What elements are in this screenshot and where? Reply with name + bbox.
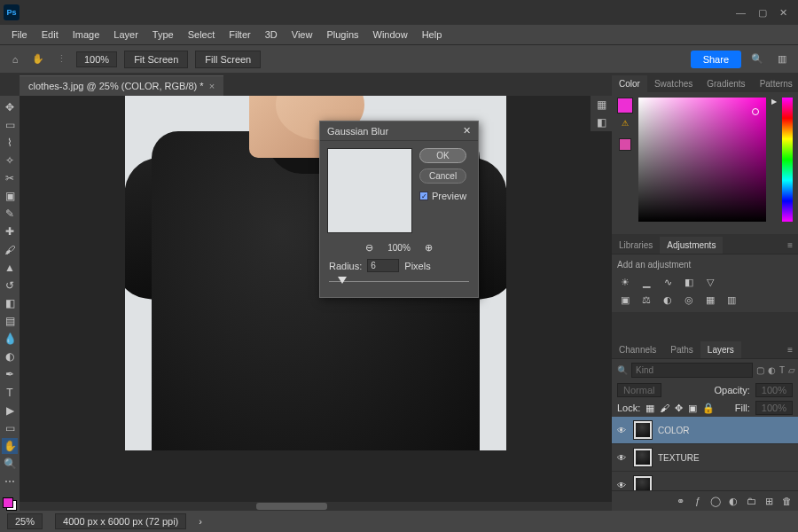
filter-shape-icon[interactable]: ▱ [788,364,795,377]
menu-view[interactable]: View [286,27,319,42]
layer-filter-input[interactable] [631,363,753,378]
fill-field[interactable]: 100% [755,401,793,415]
radius-slider[interactable] [329,276,469,288]
shape-tool-icon[interactable]: ▭ [2,420,18,435]
menu-file[interactable]: File [5,27,34,42]
curves-icon[interactable]: ∿ [660,275,676,289]
frame-tool-icon[interactable]: ▣ [2,189,18,204]
lock-all-icon[interactable]: 🔒 [702,403,715,414]
tab-swatches[interactable]: Swatches [647,75,700,92]
menu-filter[interactable]: Filter [223,27,256,42]
new-adjustment-icon[interactable]: ◐ [727,495,739,507]
layer-mask-icon[interactable]: ◯ [709,495,722,507]
preview-checkbox[interactable]: ✓ Preview [419,191,466,201]
slider-knob[interactable] [338,277,347,284]
status-doc-info[interactable]: 4000 px x 6000 px (72 ppi) [55,513,186,529]
document-tab[interactable]: clothes-3.jpg @ 25% (COLOR, RGB/8) * × [20,75,223,96]
gradient-tool-icon[interactable]: ▤ [2,314,18,329]
history-brush-tool-icon[interactable]: ↺ [2,278,18,293]
eraser-tool-icon[interactable]: ◧ [2,295,18,310]
fill-screen-button[interactable]: Fill Screen [195,51,261,68]
marquee-tool-icon[interactable]: ▭ [2,117,18,132]
search-icon[interactable]: 🔍 [617,364,628,377]
panel-menu-icon[interactable]: ≡ [782,237,798,254]
tool-preset-icon[interactable]: ✋ [30,51,46,67]
layer-thumbnail[interactable] [633,475,653,490]
pen-tool-icon[interactable]: ✒ [2,367,18,382]
tab-channels[interactable]: Channels [612,341,663,358]
zoom-tool-icon[interactable]: 🔍 [2,457,18,472]
color-field[interactable] [638,98,766,222]
cancel-button[interactable]: Cancel [419,168,466,184]
layer-thumbnail[interactable] [633,420,653,440]
tab-color[interactable]: Color [612,75,647,92]
photo-filter-icon[interactable]: ◎ [681,293,697,307]
panel-menu-icon[interactable]: ≡ [782,341,798,358]
levels-icon[interactable]: ▁ [638,275,654,289]
dialog-preview[interactable] [327,148,412,233]
layer-row[interactable]: 👁 TEXTURE [612,444,798,472]
vibrance-icon[interactable]: ▽ [702,275,718,289]
new-layer-icon[interactable]: ⊞ [763,495,775,507]
dialog-titlebar[interactable]: Gaussian Blur ✕ [320,121,478,141]
filter-type-icon[interactable]: T [779,364,785,377]
radius-input[interactable] [367,259,399,272]
menu-type[interactable]: Type [146,27,180,42]
menu-plugins[interactable]: Plugins [320,27,364,42]
layer-name[interactable]: TEXTURE [658,453,700,463]
filter-adjust-icon[interactable]: ◐ [768,364,776,377]
status-chevron-icon[interactable]: › [199,516,202,527]
visibility-icon[interactable]: 👁 [617,426,628,435]
zoom-out-icon[interactable]: ⊖ [365,242,373,254]
menu-window[interactable]: Window [367,27,414,42]
menu-image[interactable]: Image [66,27,106,42]
path-select-tool-icon[interactable]: ▶ [2,403,18,418]
search-icon[interactable]: 🔍 [748,51,766,68]
menu-help[interactable]: Help [416,27,449,42]
visibility-icon[interactable]: 👁 [617,481,628,490]
checkbox-icon[interactable]: ✓ [419,192,428,200]
move-tool-icon[interactable]: ✥ [2,99,18,114]
delete-layer-icon[interactable]: 🗑 [780,495,793,507]
tab-gradients[interactable]: Gradients [700,75,752,92]
lock-artboard-icon[interactable]: ▣ [688,403,697,414]
scroll-thumb[interactable] [256,503,327,510]
tab-layers[interactable]: Layers [700,341,741,358]
properties-panel-icon[interactable]: ◧ [597,116,606,129]
color-swatch[interactable] [3,497,17,511]
workspace-switcher-icon[interactable]: ▥ [773,51,791,68]
share-button[interactable]: Share [691,51,741,68]
eyedropper-tool-icon[interactable]: ✎ [2,207,18,222]
stamp-tool-icon[interactable]: ▲ [2,260,18,275]
exposure-icon[interactable]: ◧ [681,275,697,289]
tab-patterns[interactable]: Patterns [753,75,798,92]
color-picker-indicator[interactable] [752,108,759,115]
tab-libraries[interactable]: Libraries [612,237,660,254]
close-icon[interactable]: ✕ [779,7,787,19]
hand-tool-icon[interactable]: ✋ [2,438,18,453]
maximize-icon[interactable]: ▢ [758,7,767,19]
hue-sat-icon[interactable]: ▣ [617,293,633,307]
brush-tool-icon[interactable]: 🖌 [2,242,18,257]
link-layers-icon[interactable]: ⚭ [674,495,686,507]
wand-tool-icon[interactable]: ✧ [2,153,18,168]
layer-style-icon[interactable]: ƒ [692,495,704,507]
dialog-close-icon[interactable]: ✕ [463,125,471,137]
alt-color-swatch[interactable] [619,138,631,151]
new-group-icon[interactable]: 🗀 [745,495,757,507]
color-balance-icon[interactable]: ⚖ [638,293,654,307]
visibility-icon[interactable]: 👁 [617,453,628,463]
zoom-in-icon[interactable]: ⊕ [425,242,433,254]
brightness-contrast-icon[interactable]: ☀ [617,275,633,289]
home-icon[interactable]: ⌂ [7,51,23,67]
edit-toolbar-icon[interactable]: ⋯ [2,474,18,489]
bw-icon[interactable]: ◐ [660,293,676,307]
tab-paths[interactable]: Paths [663,341,700,358]
current-color-swatch[interactable] [617,98,633,113]
layer-thumbnail[interactable] [633,448,653,467]
close-tab-icon[interactable]: × [209,81,215,91]
channel-mixer-icon[interactable]: ▦ [702,293,718,307]
healing-tool-icon[interactable]: ✚ [2,224,18,239]
filter-pixel-icon[interactable]: ▢ [756,364,764,377]
gamut-warning-icon[interactable]: ⚠ [622,119,629,128]
